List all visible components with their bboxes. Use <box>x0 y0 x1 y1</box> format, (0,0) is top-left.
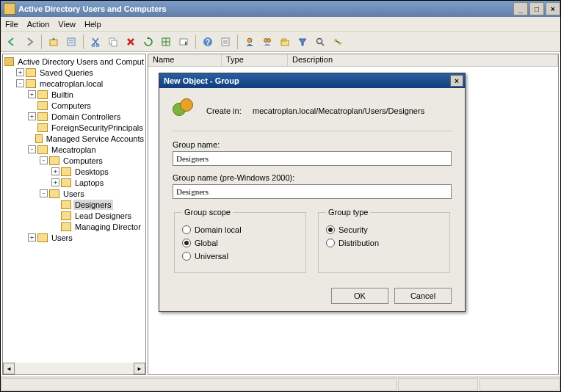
dialog-close-button[interactable]: × <box>450 75 463 87</box>
scroll-right-button[interactable]: ► <box>134 363 145 374</box>
tree-node[interactable]: +Laptops <box>4 177 145 188</box>
radio-icon[interactable] <box>326 239 335 247</box>
tree-node[interactable]: -Computers <box>4 155 145 166</box>
ok-button[interactable]: OK <box>331 288 388 304</box>
find-button[interactable] <box>312 34 328 50</box>
folder-icon <box>37 112 48 121</box>
scope-option[interactable]: Universal <box>182 252 298 261</box>
radio-icon[interactable] <box>326 225 335 234</box>
tree-node[interactable]: -mecatroplan.local <box>4 78 145 89</box>
tree-label: Users <box>50 233 74 243</box>
group-icon <box>173 98 198 123</box>
transfer-button[interactable] <box>330 34 346 50</box>
scope-option[interactable]: Domain local <box>182 225 298 234</box>
horizontal-scrollbar[interactable]: ◄ ► <box>3 363 145 374</box>
scroll-left-button[interactable]: ◄ <box>3 363 15 374</box>
scroll-track[interactable] <box>15 363 134 374</box>
tree-node[interactable]: Computers <box>4 100 145 111</box>
col-type[interactable]: Type <box>222 54 288 66</box>
folder-icon <box>49 189 59 198</box>
type-option[interactable]: Security <box>326 225 442 234</box>
delete-button[interactable] <box>123 34 139 50</box>
tree-node[interactable]: Designers <box>4 199 145 210</box>
menu-help[interactable]: Help <box>84 20 101 29</box>
tree-toggle-icon[interactable]: + <box>51 167 59 175</box>
menu-file[interactable]: File <box>5 20 18 29</box>
folder-icon <box>61 200 71 209</box>
tree-root[interactable]: Active Directory Users and Comput <box>4 56 145 67</box>
tree-label: Users <box>62 189 86 199</box>
radio-label: Domain local <box>195 225 242 234</box>
filter-button[interactable] <box>294 34 311 50</box>
scope-option[interactable]: Global <box>182 239 298 247</box>
tree-label: mecatroplan.local <box>38 79 104 89</box>
tree-toggle-icon[interactable]: + <box>28 112 36 120</box>
tree-node[interactable]: +Saved Queries <box>4 67 145 78</box>
up-button[interactable] <box>46 34 62 50</box>
cancel-button[interactable]: Cancel <box>394 288 452 304</box>
refresh-button[interactable] <box>140 34 156 50</box>
maximize-button[interactable]: □ <box>529 2 544 15</box>
list-button[interactable] <box>217 34 234 50</box>
forward-button[interactable] <box>21 34 37 50</box>
svg-rect-0 <box>50 40 57 46</box>
folder-icon <box>37 145 48 154</box>
tree-toggle-icon[interactable]: - <box>40 156 48 164</box>
folder-icon <box>37 101 48 110</box>
tree-toggle-icon[interactable]: - <box>40 189 48 197</box>
window-title: Active Directory Users and Computers <box>18 4 512 13</box>
group-name-pre2000-label: Group name (pre-Windows 2000): <box>173 173 452 182</box>
radio-icon[interactable] <box>182 225 191 234</box>
properties-button[interactable] <box>63 34 79 50</box>
col-name[interactable]: Name <box>148 54 222 66</box>
menu-view[interactable]: View <box>58 20 76 29</box>
create-in-label: Create in: <box>206 106 242 115</box>
statusbar <box>1 377 560 391</box>
close-button[interactable]: × <box>546 2 560 15</box>
tree-label: ForeignSecurityPrincipals <box>50 123 145 133</box>
cut-button[interactable] <box>87 34 104 50</box>
group-name-input[interactable] <box>173 151 452 166</box>
tree-node[interactable]: +Users <box>4 232 145 243</box>
tree-toggle-icon[interactable]: + <box>28 90 36 98</box>
grid-button[interactable] <box>158 34 174 50</box>
tree-label: Computers <box>62 156 104 166</box>
tree-node[interactable]: ForeignSecurityPrincipals <box>4 122 145 133</box>
svg-point-23 <box>317 38 322 43</box>
back-button[interactable] <box>4 34 20 50</box>
folder-icon <box>26 79 36 88</box>
svg-text:?: ? <box>206 38 210 46</box>
col-desc[interactable]: Description <box>288 54 558 66</box>
tree-node[interactable]: -Users <box>4 188 145 199</box>
copy-button[interactable] <box>105 34 121 50</box>
menu-action[interactable]: Action <box>27 20 50 29</box>
new-user-button[interactable] <box>242 34 258 50</box>
type-option[interactable]: Distribution <box>326 239 442 247</box>
exec-button[interactable] <box>175 34 192 50</box>
tree-toggle-icon[interactable]: - <box>16 79 24 87</box>
window-titlebar: Active Directory Users and Computers _ □… <box>1 1 560 17</box>
folder-icon <box>37 233 48 242</box>
dialog-titlebar[interactable]: New Object - Group × <box>159 73 465 88</box>
minimize-button[interactable]: _ <box>513 2 528 15</box>
new-group-button[interactable] <box>259 34 275 50</box>
tree-toggle-icon[interactable]: - <box>28 145 36 153</box>
radio-label: Distribution <box>339 239 379 247</box>
group-name-pre2000-input[interactable] <box>173 184 452 199</box>
tree-toggle-icon[interactable]: + <box>51 178 59 186</box>
tree-node[interactable]: +Desktops <box>4 166 145 177</box>
radio-icon[interactable] <box>182 252 191 261</box>
tree-node[interactable]: Managing Director <box>4 221 145 232</box>
new-group-dialog: New Object - Group × Create in: mecatrop… <box>159 73 466 312</box>
tree-node[interactable]: -Mecatroplan <box>4 144 145 155</box>
help-button[interactable]: ? <box>200 34 216 50</box>
radio-icon[interactable] <box>182 239 191 247</box>
tree-toggle-icon[interactable]: + <box>16 68 24 76</box>
tree-node[interactable]: +Builtin <box>4 89 145 100</box>
folder-icon <box>61 222 71 231</box>
tree-node[interactable]: Lead Designers <box>4 210 145 221</box>
new-ou-button[interactable] <box>277 34 293 50</box>
tree-node[interactable]: +Domain Controllers <box>4 111 145 122</box>
tree-toggle-icon[interactable]: + <box>28 233 36 242</box>
tree-node[interactable]: Managed Service Accounts <box>4 133 145 144</box>
